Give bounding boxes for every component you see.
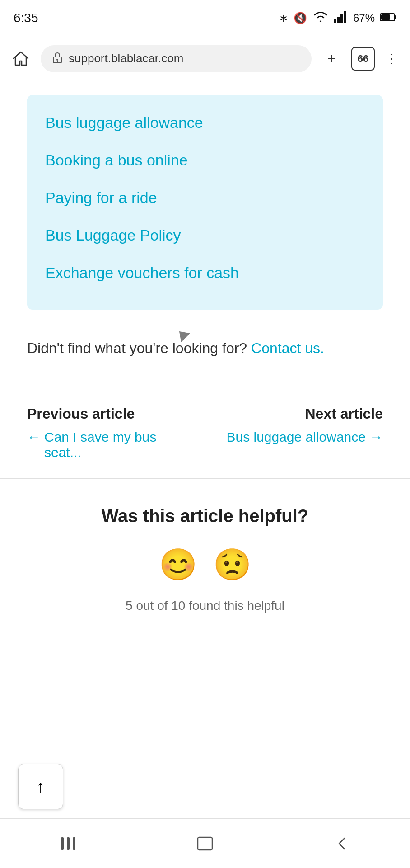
svg-rect-10 [61,837,64,850]
status-bar: 6:35 ∗ 🔇 67% [0,0,410,36]
next-link-text: Bus luggage allowance [226,429,366,445]
previous-article: Previous article ← Can I save my bus sea… [27,406,184,460]
scroll-to-top-button[interactable]: ↑ [18,764,63,809]
home-button[interactable] [9,47,33,71]
wifi-icon [312,10,329,26]
contact-section: Didn't find what you're looking for? Con… [0,310,410,378]
status-icons: ∗ 🔇 67% [279,10,396,26]
nav-home-button[interactable] [187,830,223,857]
svg-rect-0 [334,19,336,23]
svg-rect-12 [73,837,75,850]
signal-icon [334,10,348,26]
battery-icon [380,12,396,24]
address-bar[interactable]: support.blablacar.com [41,45,312,72]
svg-rect-6 [381,14,390,20]
bluetooth-icon: ∗ [279,12,288,24]
link-exchange-vouchers[interactable]: Exchange vouchers for cash [45,254,365,292]
bottom-navigation [0,818,410,868]
previous-label: Previous article [27,406,184,422]
helpful-section: Was this article helpful? 😊 😟 5 out of 1… [0,478,410,631]
svg-rect-11 [67,837,70,850]
helpful-no-button[interactable]: 😟 [212,544,252,585]
link-bus-luggage-allowance[interactable]: Bus luggage allowance [45,104,365,142]
status-time: 6:35 [14,11,38,25]
battery-text: 67% [353,12,375,24]
browser-menu-button[interactable]: ⋮ [383,47,401,71]
prev-arrow: ← [27,429,41,445]
next-label: Next article [226,406,383,422]
sound-icon: 🔇 [294,12,307,24]
related-links-box: Bus luggage allowance Booking a bus onli… [27,95,383,310]
svg-point-8 [56,59,58,61]
browser-chrome: support.blablacar.com + 66 ⋮ [0,36,410,81]
page-content: Bus luggage allowance Booking a bus onli… [0,81,410,631]
previous-link[interactable]: ← Can I save my bus seat... [27,429,184,460]
link-bus-luggage-policy[interactable]: Bus Luggage Policy [45,217,365,254]
svg-rect-2 [340,14,343,23]
contact-prompt-text: Didn't find what you're looking for? [27,340,247,356]
url-text: support.blablacar.com [69,52,183,66]
link-paying-for-ride[interactable]: Paying for a ride [45,179,365,217]
nav-back-button[interactable] [324,830,360,857]
helpful-yes-button[interactable]: 😊 [158,544,198,585]
tab-count[interactable]: 66 [351,47,375,71]
next-link[interactable]: Bus luggage allowance → [226,429,383,445]
next-article: Next article Bus luggage allowance → [226,406,383,460]
nav-menu-button[interactable] [50,830,86,857]
helpful-count: 5 out of 10 found this helpful [27,599,383,613]
lock-icon [51,51,63,66]
svg-rect-13 [198,837,212,850]
svg-rect-5 [395,15,396,19]
link-booking-bus-online[interactable]: Booking a bus online [45,142,365,179]
article-navigation: Previous article ← Can I save my bus sea… [0,387,410,478]
svg-rect-1 [337,17,340,23]
new-tab-button[interactable]: + [320,47,343,71]
helpful-title: Was this article helpful? [27,506,383,526]
svg-rect-3 [344,11,346,23]
next-arrow: → [369,429,383,445]
helpful-buttons: 😊 😟 [27,544,383,585]
contact-link[interactable]: Contact us. [251,340,324,356]
prev-link-text: Can I save my bus seat... [44,429,184,460]
